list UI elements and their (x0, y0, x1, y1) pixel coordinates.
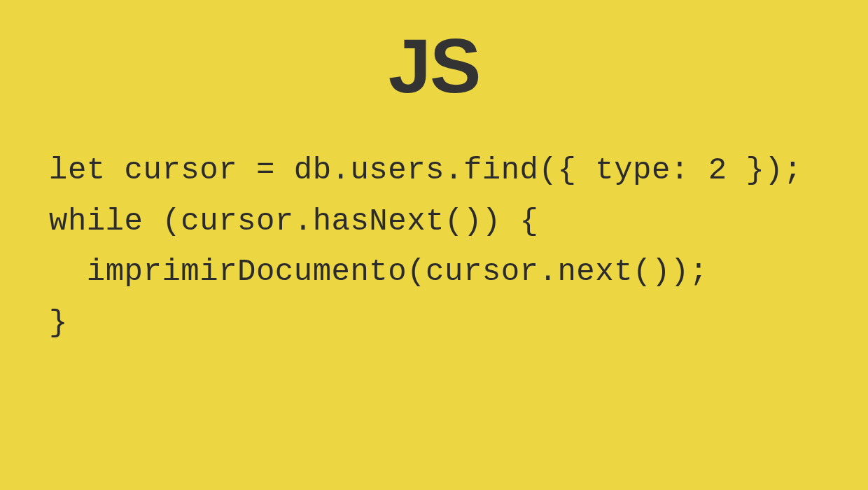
code-snippet: let cursor = db.users.find({ type: 2 });… (0, 145, 868, 348)
js-logo: JS (388, 21, 480, 110)
